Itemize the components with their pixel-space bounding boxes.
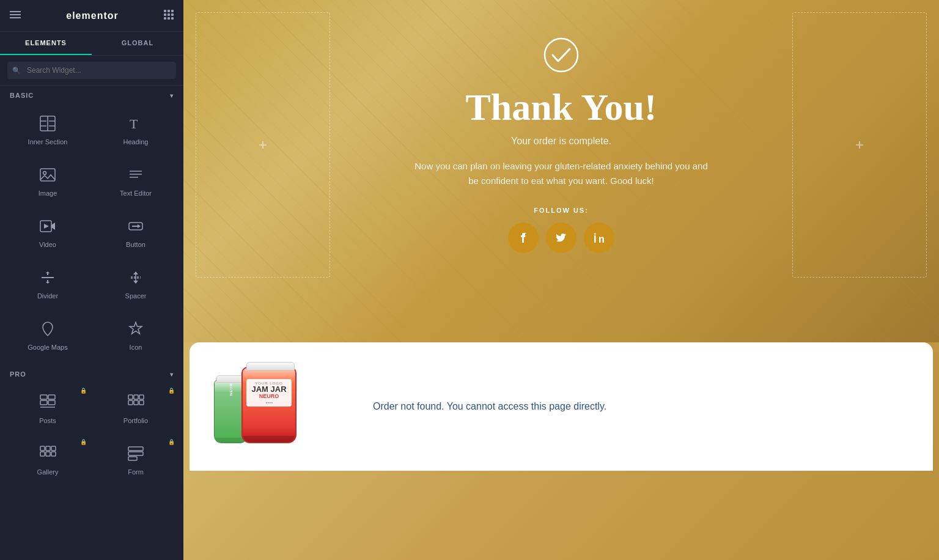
widget-google-maps[interactable]: Google Maps bbox=[5, 311, 90, 359]
divider-icon bbox=[38, 268, 57, 287]
svg-rect-41 bbox=[40, 400, 47, 405]
order-not-found-text: Order not found. You cannot access this … bbox=[373, 401, 606, 412]
tab-elements[interactable]: ELEMENTS bbox=[0, 32, 92, 55]
widget-video-label: Video bbox=[39, 241, 56, 248]
svg-rect-11 bbox=[171, 17, 174, 20]
svg-rect-50 bbox=[139, 400, 144, 405]
grid-icon[interactable] bbox=[164, 10, 174, 22]
form-lock-icon: 🔒 bbox=[168, 439, 175, 445]
widget-google-maps-label: Google Maps bbox=[28, 344, 67, 351]
section-pro-chevron[interactable]: ▾ bbox=[170, 371, 174, 378]
gallery-lock-icon: 🔒 bbox=[80, 439, 87, 445]
widget-divider[interactable]: Divider bbox=[5, 259, 90, 308]
svg-rect-42 bbox=[48, 395, 55, 399]
thank-you-title: Thank You! bbox=[465, 88, 657, 126]
text-editor-icon bbox=[126, 165, 145, 185]
widget-spacer-label: Spacer bbox=[125, 292, 147, 300]
section-basic-label: BASIC bbox=[10, 92, 34, 99]
add-column-left-icon[interactable]: + bbox=[259, 136, 267, 153]
widget-spacer[interactable]: Spacer bbox=[93, 259, 179, 308]
portfolio-lock-icon: 🔒 bbox=[168, 388, 175, 394]
portfolio-icon bbox=[126, 392, 145, 412]
svg-rect-46 bbox=[134, 395, 138, 399]
widget-gallery[interactable]: 🔒 Gallery bbox=[5, 435, 90, 484]
product-image-area: NEURO YOUR LOGO JAM JAR NEURO ●●●● bbox=[214, 367, 336, 446]
svg-rect-40 bbox=[40, 395, 47, 399]
follow-us-label: FOLLOW US: bbox=[534, 207, 589, 214]
widget-video[interactable]: Video bbox=[5, 208, 90, 257]
svg-rect-45 bbox=[128, 395, 133, 399]
widget-heading-label: Heading bbox=[123, 138, 149, 146]
hamburger-icon[interactable] bbox=[10, 9, 21, 22]
widgets-scroll: BASIC ▾ Inner Section bbox=[0, 86, 183, 560]
sidebar-logo: elementor bbox=[66, 10, 118, 21]
widget-posts[interactable]: 🔒 Posts bbox=[5, 384, 90, 433]
widget-divider-label: Divider bbox=[37, 292, 58, 300]
widget-button[interactable]: Button bbox=[93, 208, 179, 257]
svg-rect-51 bbox=[40, 446, 45, 451]
widget-text-editor[interactable]: Text Editor bbox=[93, 157, 179, 205]
svg-rect-55 bbox=[46, 452, 50, 456]
tab-global[interactable]: GLOBAL bbox=[92, 32, 183, 55]
search-input[interactable] bbox=[7, 62, 176, 79]
google-maps-icon bbox=[38, 319, 57, 339]
spacer-icon bbox=[126, 268, 145, 287]
svg-rect-7 bbox=[168, 13, 170, 16]
section-basic: BASIC ▾ bbox=[0, 86, 183, 105]
svg-marker-32 bbox=[46, 271, 50, 273]
twitter-button[interactable] bbox=[546, 223, 576, 253]
svg-rect-56 bbox=[51, 452, 56, 456]
widget-text-editor-label: Text Editor bbox=[120, 190, 152, 197]
widget-button-label: Button bbox=[126, 241, 145, 248]
svg-marker-35 bbox=[133, 271, 138, 274]
facebook-button[interactable] bbox=[508, 223, 539, 253]
sidebar: elementor ELEMENTS GLOBAL bbox=[0, 0, 183, 560]
svg-rect-59 bbox=[128, 457, 137, 460]
widget-form-label: Form bbox=[128, 468, 144, 476]
jar-title: JAM JAR bbox=[248, 385, 290, 393]
image-icon bbox=[38, 165, 57, 185]
svg-marker-36 bbox=[133, 281, 138, 284]
section-pro: PRO ▾ bbox=[0, 364, 183, 384]
svg-rect-47 bbox=[139, 395, 144, 399]
svg-marker-29 bbox=[138, 224, 141, 228]
sidebar-tabs: ELEMENTS GLOBAL bbox=[0, 32, 183, 56]
svg-rect-52 bbox=[46, 446, 50, 451]
canvas-col-right[interactable]: + bbox=[792, 12, 927, 278]
widget-heading[interactable]: T Heading bbox=[93, 105, 179, 154]
order-desc-text: Now you can plan on leaving your gluten-… bbox=[408, 159, 714, 188]
widget-inner-section[interactable]: Inner Section bbox=[5, 105, 90, 154]
sidebar-header: elementor bbox=[0, 0, 183, 32]
add-column-right-icon[interactable]: + bbox=[855, 136, 864, 153]
svg-point-39 bbox=[46, 325, 50, 329]
svg-rect-57 bbox=[128, 447, 143, 451]
widget-inner-section-label: Inner Section bbox=[28, 138, 68, 146]
checkmark-icon bbox=[543, 37, 580, 78]
gallery-icon bbox=[38, 444, 57, 463]
svg-rect-53 bbox=[51, 446, 56, 451]
svg-point-60 bbox=[545, 39, 578, 72]
order-complete-text: Your order is complete. bbox=[511, 136, 611, 147]
widget-gallery-label: Gallery bbox=[37, 468, 59, 476]
svg-rect-3 bbox=[164, 10, 166, 12]
linkedin-button[interactable] bbox=[584, 223, 614, 253]
jar-sub: NEURO bbox=[248, 393, 290, 399]
svg-marker-25 bbox=[51, 223, 55, 230]
video-icon bbox=[38, 216, 57, 236]
svg-rect-54 bbox=[40, 452, 45, 456]
canvas-wrapper: + Thank You! Your order is complete. Now… bbox=[183, 0, 939, 342]
widget-icon[interactable]: Icon bbox=[93, 311, 179, 359]
main-content: + Thank You! Your order is complete. Now… bbox=[183, 0, 939, 560]
svg-marker-33 bbox=[46, 282, 50, 284]
svg-rect-58 bbox=[128, 452, 143, 455]
widget-portfolio[interactable]: 🔒 Portfolio bbox=[93, 384, 179, 433]
canvas-row: + Thank You! Your order is complete. Now… bbox=[196, 12, 927, 278]
svg-rect-49 bbox=[134, 400, 138, 405]
svg-rect-9 bbox=[164, 17, 166, 20]
canvas-col-left[interactable]: + bbox=[196, 12, 330, 278]
svg-rect-6 bbox=[164, 13, 166, 16]
widget-image[interactable]: Image bbox=[5, 157, 90, 205]
canvas-inner: + Thank You! Your order is complete. Now… bbox=[183, 0, 939, 278]
section-basic-chevron[interactable]: ▾ bbox=[170, 92, 174, 99]
widget-form[interactable]: 🔒 Form bbox=[93, 435, 179, 484]
